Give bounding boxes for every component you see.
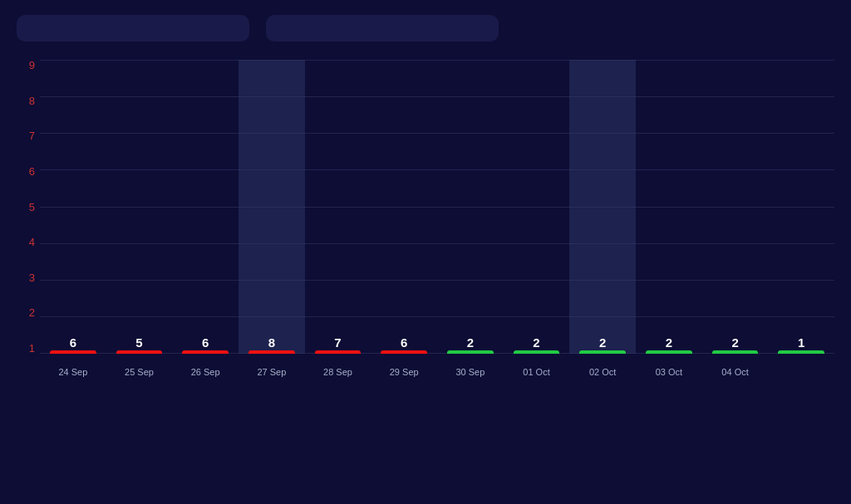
bar-green: 2 — [579, 350, 626, 354]
bar-wrap: 6 — [50, 350, 96, 354]
bar-green: 2 — [514, 350, 560, 354]
bar-value: 7 — [334, 335, 341, 350]
next-panel — [266, 15, 499, 42]
y-label: 1 — [17, 343, 40, 354]
chart-area: 123456789 624 Sep525 Sep626 Sep827 Sep72… — [17, 56, 834, 380]
bar-label: 04 Oct — [721, 367, 748, 377]
bar-label: 24 Sep — [58, 367, 87, 377]
y-label: 5 — [17, 202, 40, 213]
bar-wrap: 5 — [116, 350, 163, 354]
bar-group: 204 Oct — [702, 60, 769, 354]
y-label: 7 — [17, 130, 40, 141]
bar-group: 203 Oct — [636, 60, 702, 354]
bar-wrap: 6 — [182, 350, 229, 354]
bar-wrap: 1 — [778, 350, 824, 354]
main-container: 123456789 624 Sep525 Sep626 Sep827 Sep72… — [0, 0, 851, 504]
bar-wrap: 2 — [712, 350, 759, 354]
bar-label: 02 Oct — [589, 367, 616, 377]
bar-group: 624 Sep — [40, 60, 106, 354]
top-panels — [17, 15, 834, 42]
bar-label: 29 Sep — [390, 367, 419, 377]
y-label: 9 — [17, 60, 40, 71]
bar-group: 728 Sep — [305, 60, 371, 354]
bar-value: 2 — [599, 335, 606, 350]
y-label: 6 — [17, 166, 40, 177]
bar-value: 6 — [401, 335, 407, 350]
bar-group: 827 Sep — [239, 60, 305, 354]
bar-value: 8 — [268, 335, 275, 350]
bar-group: 230 Sep — [437, 60, 504, 354]
bar-green: 1 — [778, 350, 824, 354]
y-label: 2 — [17, 307, 40, 318]
bar-value: 2 — [731, 335, 738, 350]
bar-green: 2 — [646, 350, 692, 354]
bar-label: 03 Oct — [656, 367, 682, 377]
bar-red: 5 — [116, 350, 163, 354]
bar-value: 2 — [666, 335, 672, 350]
bar-value: 5 — [135, 335, 142, 350]
bar-group: 201 Oct — [504, 60, 570, 354]
bar-label: 28 Sep — [323, 367, 352, 377]
bar-label: 26 Sep — [191, 367, 220, 377]
bar-red: 6 — [50, 350, 96, 354]
bar-group: 626 Sep — [172, 60, 239, 354]
chart-body: 624 Sep525 Sep626 Sep827 Sep728 Sep629 S… — [40, 56, 834, 380]
bar-value: 2 — [533, 335, 539, 350]
bar-label: 25 Sep — [125, 367, 154, 377]
bar-wrap: 2 — [579, 350, 626, 354]
bar-value: 6 — [70, 335, 76, 350]
bar-value: 1 — [798, 335, 804, 350]
bar-wrap: 8 — [248, 350, 295, 354]
bar-red: 6 — [381, 350, 427, 354]
y-axis: 123456789 — [17, 56, 40, 380]
bar-group: 202 Oct — [569, 60, 636, 354]
bar-group: 1 — [768, 60, 834, 354]
bar-wrap: 6 — [381, 350, 427, 354]
bar-label: 01 Oct — [523, 367, 549, 377]
bar-group: 629 Sep — [371, 60, 437, 354]
bar-green: 2 — [712, 350, 759, 354]
bar-value: 2 — [467, 335, 474, 350]
bar-red: 7 — [315, 350, 362, 354]
bar-red: 6 — [182, 350, 229, 354]
bar-wrap: 2 — [447, 350, 494, 354]
y-label: 8 — [17, 95, 40, 106]
bar-green: 2 — [447, 350, 494, 354]
today-panel — [17, 15, 249, 42]
bar-wrap: 2 — [646, 350, 692, 354]
bar-group: 525 Sep — [106, 60, 173, 354]
bar-wrap: 7 — [315, 350, 362, 354]
bar-value: 6 — [202, 335, 209, 350]
bar-label: 27 Sep — [257, 367, 286, 377]
bars-container: 624 Sep525 Sep626 Sep827 Sep728 Sep629 S… — [40, 60, 834, 354]
y-label: 3 — [17, 272, 40, 283]
bar-red: 8 — [248, 350, 295, 354]
bar-wrap: 2 — [514, 350, 560, 354]
y-label: 4 — [17, 237, 40, 247]
bar-label: 30 Sep — [455, 367, 485, 377]
